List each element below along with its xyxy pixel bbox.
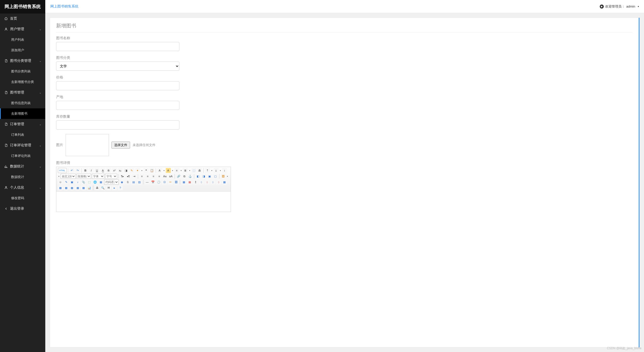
ordered-list-icon[interactable]: ≡ bbox=[174, 168, 179, 173]
rowspacing-top-icon[interactable]: ⇡ bbox=[205, 168, 210, 173]
background-icon[interactable]: ▨ bbox=[137, 180, 142, 185]
insert-col-icon[interactable]: ⎀ bbox=[210, 180, 215, 185]
unlink-icon[interactable]: ⧉ bbox=[182, 174, 187, 179]
editor-select-customstyle[interactable]: 自定义标题 bbox=[61, 174, 76, 179]
sidebar-item-logout[interactable]: 退出登录 bbox=[0, 203, 45, 214]
dropdown-icon[interactable]: ▾ bbox=[211, 168, 213, 173]
split-rows-icon[interactable]: ▦ bbox=[75, 185, 80, 190]
editor-select-fontfamily[interactable]: 字体 bbox=[92, 174, 104, 179]
editor-html-button[interactable]: HTML bbox=[58, 168, 67, 173]
sidebar-group-4[interactable]: 订单评论管理⌄ bbox=[0, 140, 45, 151]
choose-file-button[interactable]: 选择文件 bbox=[111, 142, 130, 149]
image-none-icon[interactable]: ▢ bbox=[213, 174, 218, 179]
ltr-icon[interactable]: ¶▸ bbox=[120, 174, 125, 179]
split-cells-icon[interactable]: ▦ bbox=[69, 185, 74, 190]
sidebar-group-2[interactable]: 图书管理⌄ bbox=[0, 87, 45, 98]
pagebreak-icon[interactable]: ⎘ bbox=[125, 180, 130, 185]
insert-row-icon[interactable]: ⎀ bbox=[199, 180, 204, 185]
rowspacing-bottom-icon[interactable]: ⇣ bbox=[214, 168, 219, 173]
image-left-icon[interactable]: ◧ bbox=[195, 174, 200, 179]
dropdown-icon[interactable]: ▾ bbox=[163, 168, 165, 173]
spechars-icon[interactable]: Ω bbox=[162, 180, 167, 185]
lineheight-icon[interactable]: ↕ bbox=[222, 168, 227, 173]
undo-icon[interactable]: ↶ bbox=[69, 168, 74, 173]
dropdown-icon[interactable]: ▾ bbox=[172, 168, 174, 173]
scrawl-icon[interactable]: ✎ bbox=[64, 180, 69, 185]
tolowercase-icon[interactable]: aA bbox=[168, 174, 173, 179]
breadcrumb[interactable]: 网上图书销售系统 bbox=[50, 4, 78, 9]
formatmatch-icon[interactable]: ✎ bbox=[129, 168, 134, 173]
dropdown-icon[interactable]: ▾ bbox=[58, 174, 60, 179]
sidebar-group-0[interactable]: 用户管理⌄ bbox=[0, 24, 45, 34]
image-center-icon[interactable]: ▣ bbox=[207, 174, 212, 179]
eraser-icon[interactable]: ◨ bbox=[124, 168, 129, 173]
sidebar-group-1[interactable]: 图书分类管理⌄ bbox=[0, 56, 45, 66]
merge-cells-icon[interactable]: ▦ bbox=[222, 180, 227, 185]
sidebar-subitem-5-0[interactable]: 数据统计 bbox=[0, 172, 45, 182]
subscript-icon[interactable]: x₂ bbox=[118, 168, 123, 173]
fontborder-icon[interactable]: A̲ bbox=[100, 168, 105, 173]
sidebar-subitem-4-0[interactable]: 订单评论列表 bbox=[0, 151, 45, 161]
insert-frame-icon[interactable]: ▦ bbox=[98, 180, 103, 185]
touppercase-icon[interactable]: Aᴀ bbox=[163, 174, 168, 179]
hr-icon[interactable]: — bbox=[145, 180, 150, 185]
forecolor-icon[interactable]: A bbox=[157, 168, 162, 173]
dropdown-icon[interactable]: ▾ bbox=[141, 168, 143, 173]
emoji-icon[interactable]: ☺ bbox=[58, 180, 63, 185]
input-price[interactable] bbox=[56, 81, 179, 90]
delete-row-icon[interactable]: ⎀ bbox=[205, 180, 210, 185]
align-left-icon[interactable]: ≡ bbox=[139, 174, 144, 179]
editor-select-paragraph[interactable]: 段落格式 bbox=[76, 174, 91, 179]
input-book-name[interactable] bbox=[56, 42, 179, 51]
search-replace-icon[interactable]: Ħ bbox=[106, 185, 111, 190]
delete-col-icon[interactable]: ⎀ bbox=[216, 180, 221, 185]
sidebar-subitem-1-1[interactable]: 去新增图书分类 bbox=[0, 77, 45, 87]
strikethrough-icon[interactable]: S bbox=[106, 168, 111, 173]
sidebar-group-5[interactable]: 数据统计⌄ bbox=[0, 161, 45, 172]
date-icon[interactable]: 📅 bbox=[150, 180, 155, 185]
align-right-icon[interactable]: ≡ bbox=[151, 174, 156, 179]
charts-icon[interactable]: 📊 bbox=[87, 185, 92, 190]
merge-right-icon[interactable]: ▦ bbox=[58, 185, 63, 190]
print-icon[interactable]: 🖶 bbox=[197, 168, 202, 173]
select-book-category[interactable]: 文学 bbox=[56, 62, 179, 71]
user-menu[interactable]: ☻ 欢迎管理员： admin ▾ bbox=[600, 4, 639, 9]
sidebar-group-3[interactable]: 订单管理⌄ bbox=[0, 119, 45, 129]
drafts-icon[interactable]: ▸ bbox=[112, 185, 117, 190]
sidebar-subitem-2-0[interactable]: 图书信息列表 bbox=[0, 98, 45, 108]
sidebar-group-6[interactable]: 个人信息⌄ bbox=[0, 182, 45, 193]
attachment-icon[interactable]: 📎 bbox=[81, 180, 86, 185]
insert-video-icon[interactable]: ▣ bbox=[69, 180, 74, 185]
image-right-icon[interactable]: ◨ bbox=[201, 174, 206, 179]
underline-icon[interactable]: U bbox=[95, 168, 100, 173]
template-icon[interactable]: ▤ bbox=[131, 180, 136, 185]
insert-para-before-table-icon[interactable]: ↥ bbox=[193, 180, 198, 185]
bold-icon[interactable]: B bbox=[83, 168, 88, 173]
table-icon[interactable]: ▦ bbox=[181, 180, 186, 185]
input-origin[interactable] bbox=[56, 101, 179, 110]
sidebar-subitem-6-0[interactable]: 修改密码 bbox=[0, 193, 45, 203]
sidebar-subitem-1-0[interactable]: 图书分类列表 bbox=[0, 66, 45, 77]
link-icon[interactable]: 🔗 bbox=[176, 174, 181, 179]
insert-image-icon[interactable]: 🖼 bbox=[221, 174, 226, 179]
align-center-icon[interactable]: ≡ bbox=[145, 174, 150, 179]
autotypeset-icon[interactable]: ✦ bbox=[135, 168, 140, 173]
input-stock[interactable] bbox=[56, 120, 179, 129]
rtl-icon[interactable]: ◂¶ bbox=[126, 174, 131, 179]
delete-table-icon[interactable]: ▦ bbox=[187, 180, 192, 185]
anchor-icon[interactable]: ⚓ bbox=[188, 174, 193, 179]
align-justify-icon[interactable]: ≡ bbox=[157, 174, 162, 179]
indent-icon[interactable]: ⇥ bbox=[132, 174, 137, 179]
selectall-icon[interactable]: ⬚ bbox=[191, 168, 196, 173]
editor-body[interactable] bbox=[56, 192, 231, 212]
pasteplain-icon[interactable]: 📋 bbox=[149, 168, 154, 173]
print-icon[interactable]: 🖶 bbox=[95, 185, 100, 190]
dropdown-icon[interactable]: ▾ bbox=[180, 168, 182, 173]
sidebar-subitem-0-1[interactable]: 添加用户 bbox=[0, 45, 45, 56]
help-icon[interactable]: ? bbox=[118, 185, 123, 190]
wordimage-icon[interactable]: 🖼 bbox=[174, 180, 179, 185]
superscript-icon[interactable]: x² bbox=[112, 168, 117, 173]
webapp-icon[interactable]: ◉ bbox=[119, 180, 125, 185]
preview-icon[interactable]: 🔍 bbox=[100, 185, 105, 190]
split-cols-icon[interactable]: ▦ bbox=[81, 185, 86, 190]
